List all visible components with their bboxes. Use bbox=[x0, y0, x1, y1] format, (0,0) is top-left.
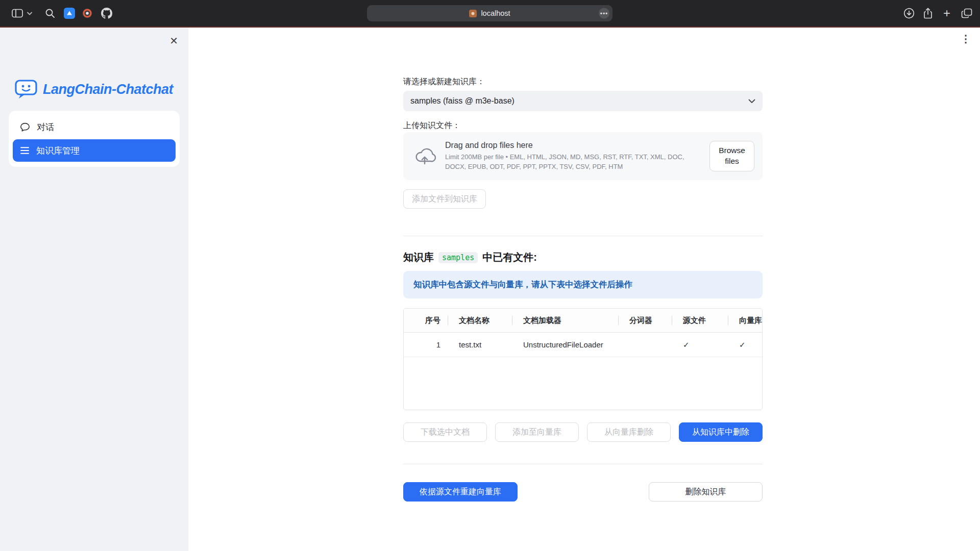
tabs-overview-button[interactable] bbox=[960, 0, 974, 27]
delete-from-kb-button[interactable]: 从知识库中删除 bbox=[679, 422, 763, 442]
add-to-vector-button[interactable]: 添加至向量库 bbox=[495, 422, 579, 442]
sidebar-item-label: 知识库管理 bbox=[36, 145, 80, 157]
site-favicon bbox=[469, 10, 477, 17]
kb-files-heading: 知识库 samples 中已有文件: bbox=[403, 251, 537, 264]
downloads-button[interactable] bbox=[902, 0, 916, 27]
sidebar-item-dialogue[interactable]: 对话 bbox=[13, 116, 176, 138]
cloud-upload-icon bbox=[413, 147, 436, 165]
app-icon-blue[interactable] bbox=[63, 0, 76, 27]
cell-loader: UnstructuredFileLoader bbox=[512, 333, 618, 357]
upload-label: 上传知识文件： bbox=[403, 120, 460, 131]
browse-files-button[interactable]: Browse files bbox=[709, 141, 754, 171]
sidebar-toggle-button[interactable] bbox=[10, 0, 24, 27]
download-selected-button[interactable]: 下载选中文档 bbox=[403, 422, 487, 442]
delete-kb-button[interactable]: 删除知识库 bbox=[649, 482, 763, 502]
sidebar: ✕ LangChain-Chatchat 对话 知识库管理 bbox=[0, 28, 188, 551]
github-icon[interactable] bbox=[100, 0, 113, 27]
heading-suffix: 中已有文件: bbox=[482, 251, 537, 264]
cell-splitter bbox=[618, 333, 672, 357]
add-files-button[interactable]: 添加文件到知识库 bbox=[403, 189, 486, 209]
heading-prefix: 知识库 bbox=[403, 251, 434, 264]
main-area: ⋮ 请选择或新建知识库： samples (faiss @ m3e-base) … bbox=[188, 28, 980, 551]
kb-name-code: samples bbox=[438, 252, 478, 263]
app-logo: LangChain-Chatchat bbox=[14, 79, 173, 100]
kb-list-icon bbox=[20, 146, 30, 155]
select-kb-label: 请选择或新建知识库： bbox=[403, 77, 485, 87]
cell-source-check: ✓ bbox=[672, 333, 728, 357]
kb-select[interactable]: samples (faiss @ m3e-base) bbox=[403, 91, 763, 111]
table-actions: 下载选中文档 添加至向量库 从向量库删除 从知识库中删除 bbox=[403, 422, 763, 442]
browser-toolbar: localhost ••• + bbox=[0, 0, 980, 27]
app-page: ✕ LangChain-Chatchat 对话 知识库管理 ⋮ bbox=[0, 28, 980, 551]
divider bbox=[403, 464, 763, 464]
dropzone-title: Drag and drop files here bbox=[445, 141, 701, 150]
column-header-splitter[interactable]: 分词器 bbox=[618, 309, 672, 332]
dropzone-text: Drag and drop files here Limit 200MB per… bbox=[445, 141, 701, 172]
dropzone-hint: Limit 200MB per file • EML, HTML, JSON, … bbox=[445, 153, 701, 172]
logo-chat-bubble-icon bbox=[14, 79, 38, 100]
cell-index: 1 bbox=[404, 333, 448, 357]
sidebar-item-label: 对话 bbox=[37, 121, 54, 133]
chevron-down-icon bbox=[748, 99, 755, 104]
address-bar[interactable]: localhost ••• bbox=[367, 5, 612, 21]
file-dropzone[interactable]: Drag and drop files here Limit 200MB per… bbox=[403, 132, 763, 180]
column-header-source[interactable]: 源文件 bbox=[672, 309, 728, 332]
sidebar-chevron-button[interactable] bbox=[26, 0, 34, 27]
cell-name: test.txt bbox=[448, 333, 512, 357]
column-header-index[interactable]: 序号 bbox=[404, 309, 448, 332]
app-icon-orange[interactable] bbox=[81, 0, 94, 27]
divider bbox=[403, 236, 763, 236]
column-header-vector[interactable]: 向量库 bbox=[728, 309, 762, 332]
share-icon[interactable] bbox=[922, 0, 934, 27]
info-text: 知识库中包含源文件与向量库，请从下表中选择文件后操作 bbox=[413, 279, 632, 290]
page-settings-icon[interactable]: ••• bbox=[599, 8, 609, 19]
address-text: localhost bbox=[481, 9, 510, 17]
cell-vector-check: ✓ bbox=[728, 333, 762, 357]
sidebar-nav: 对话 知识库管理 bbox=[9, 111, 180, 167]
info-banner: 知识库中包含源文件与向量库，请从下表中选择文件后操作 bbox=[403, 271, 763, 298]
files-table: 序号 文档名称 文档加载器 分词器 源文件 向量库 1 test.txt Uns… bbox=[403, 308, 763, 410]
chat-bubble-icon bbox=[20, 122, 30, 132]
column-header-loader[interactable]: 文档加载器 bbox=[512, 309, 618, 332]
rebuild-vector-store-button[interactable]: 依据源文件重建向量库 bbox=[403, 482, 518, 502]
column-header-name[interactable]: 文档名称 bbox=[448, 309, 512, 332]
table-row[interactable]: 1 test.txt UnstructuredFileLoader ✓ ✓ bbox=[404, 333, 762, 357]
kb-select-value: samples (faiss @ m3e-base) bbox=[410, 96, 514, 106]
logo-text: LangChain-Chatchat bbox=[43, 82, 173, 97]
search-icon[interactable] bbox=[43, 0, 57, 27]
sidebar-item-kb-management[interactable]: 知识库管理 bbox=[13, 139, 176, 162]
remove-from-vector-button[interactable]: 从向量库删除 bbox=[587, 422, 671, 442]
new-tab-button[interactable]: + bbox=[941, 0, 953, 27]
page-menu-button[interactable]: ⋮ bbox=[961, 34, 971, 44]
sidebar-close-button[interactable]: ✕ bbox=[169, 36, 178, 46]
table-header: 序号 文档名称 文档加载器 分词器 源文件 向量库 bbox=[404, 309, 762, 333]
content-column: 请选择或新建知识库： samples (faiss @ m3e-base) 上传… bbox=[403, 28, 763, 551]
